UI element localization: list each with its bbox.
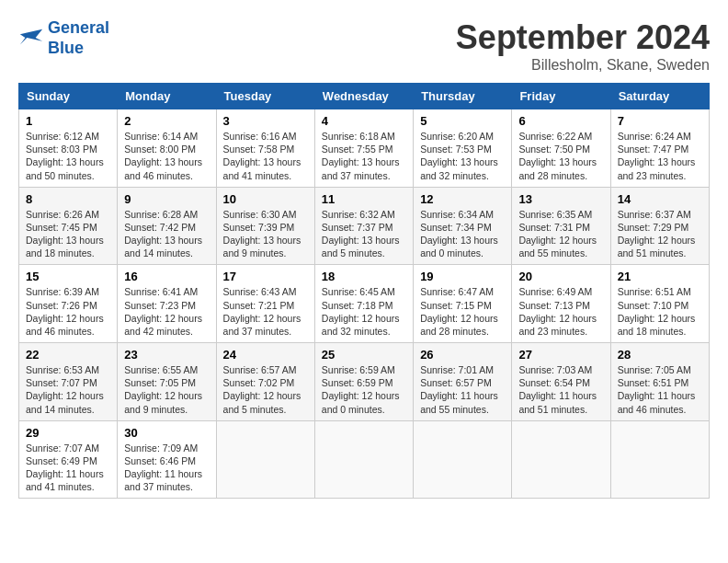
day-detail: Sunrise: 6:53 AMSunset: 7:07 PMDaylight:… <box>26 364 104 415</box>
col-header-friday: Friday <box>512 84 610 109</box>
day-detail: Sunrise: 7:03 AMSunset: 6:54 PMDaylight:… <box>518 364 597 415</box>
calendar-cell <box>216 420 314 499</box>
calendar-cell: 26Sunrise: 7:01 AMSunset: 6:57 PMDayligh… <box>414 343 512 421</box>
calendar-cell: 27Sunrise: 7:03 AMSunset: 6:54 PMDayligh… <box>512 343 610 421</box>
calendar-cell: 3Sunrise: 6:16 AMSunset: 7:58 PMDaylight… <box>216 109 314 188</box>
calendar-cell: 6Sunrise: 6:22 AMSunset: 7:50 PMDaylight… <box>512 109 610 188</box>
day-number: 11 <box>322 192 406 206</box>
calendar-cell: 19Sunrise: 6:47 AMSunset: 7:15 PMDayligh… <box>414 265 512 343</box>
day-detail: Sunrise: 6:57 AMSunset: 7:02 PMDaylight:… <box>223 364 301 415</box>
logo-icon <box>18 26 44 52</box>
logo: General Blue <box>18 18 109 58</box>
day-number: 3 <box>223 114 308 128</box>
day-detail: Sunrise: 6:26 AMSunset: 7:45 PMDaylight:… <box>26 209 104 259</box>
col-header-thursday: Thursday <box>414 84 512 109</box>
calendar-cell: 25Sunrise: 6:59 AMSunset: 6:59 PMDayligh… <box>314 343 413 421</box>
location: Billesholm, Skane, Sweden <box>456 57 710 74</box>
day-number: 9 <box>124 192 209 206</box>
day-number: 1 <box>26 114 110 128</box>
calendar-cell <box>610 420 709 499</box>
day-detail: Sunrise: 6:41 AMSunset: 7:23 PMDaylight:… <box>124 286 202 337</box>
day-number: 4 <box>322 114 406 128</box>
day-detail: Sunrise: 6:30 AMSunset: 7:39 PMDaylight:… <box>223 209 301 259</box>
calendar-cell: 23Sunrise: 6:55 AMSunset: 7:05 PMDayligh… <box>118 343 216 421</box>
calendar-cell: 7Sunrise: 6:24 AMSunset: 7:47 PMDaylight… <box>610 109 709 188</box>
day-number: 8 <box>26 192 110 206</box>
calendar-cell <box>414 420 512 499</box>
day-detail: Sunrise: 6:47 AMSunset: 7:15 PMDaylight:… <box>420 286 498 337</box>
calendar-cell: 28Sunrise: 7:05 AMSunset: 6:51 PMDayligh… <box>610 343 709 421</box>
calendar-week-row: 22Sunrise: 6:53 AMSunset: 7:07 PMDayligh… <box>19 343 710 421</box>
calendar-cell: 11Sunrise: 6:32 AMSunset: 7:37 PMDayligh… <box>314 187 413 265</box>
day-number: 2 <box>124 114 209 128</box>
day-number: 15 <box>26 270 110 283</box>
day-number: 6 <box>518 114 603 128</box>
calendar-cell: 8Sunrise: 6:26 AMSunset: 7:45 PMDaylight… <box>19 187 118 265</box>
day-number: 16 <box>124 270 209 283</box>
day-detail: Sunrise: 6:28 AMSunset: 7:42 PMDaylight:… <box>124 209 202 259</box>
calendar-cell: 1Sunrise: 6:12 AMSunset: 8:03 PMDaylight… <box>19 109 118 188</box>
day-detail: Sunrise: 6:51 AMSunset: 7:10 PMDaylight:… <box>618 286 696 337</box>
calendar-week-row: 29Sunrise: 7:07 AMSunset: 6:49 PMDayligh… <box>19 420 710 499</box>
calendar-cell: 4Sunrise: 6:18 AMSunset: 7:55 PMDaylight… <box>314 109 413 188</box>
day-detail: Sunrise: 6:59 AMSunset: 6:59 PMDaylight:… <box>322 364 400 415</box>
day-detail: Sunrise: 6:55 AMSunset: 7:05 PMDaylight:… <box>124 364 202 415</box>
day-number: 26 <box>420 348 505 362</box>
day-number: 5 <box>420 114 505 128</box>
day-number: 17 <box>223 270 308 283</box>
calendar-cell: 2Sunrise: 6:14 AMSunset: 8:00 PMDaylight… <box>118 109 216 188</box>
day-detail: Sunrise: 6:37 AMSunset: 7:29 PMDaylight:… <box>618 209 696 259</box>
col-header-tuesday: Tuesday <box>216 84 314 109</box>
calendar-cell <box>314 420 413 499</box>
day-detail: Sunrise: 7:05 AMSunset: 6:51 PMDaylight:… <box>618 364 696 415</box>
calendar-cell: 30Sunrise: 7:09 AMSunset: 6:46 PMDayligh… <box>118 420 216 499</box>
day-number: 25 <box>322 348 406 362</box>
day-detail: Sunrise: 6:14 AMSunset: 8:00 PMDaylight:… <box>124 131 202 181</box>
day-detail: Sunrise: 6:43 AMSunset: 7:21 PMDaylight:… <box>223 286 301 337</box>
calendar-cell: 22Sunrise: 6:53 AMSunset: 7:07 PMDayligh… <box>19 343 118 421</box>
day-number: 23 <box>124 348 209 362</box>
calendar-week-row: 8Sunrise: 6:26 AMSunset: 7:45 PMDaylight… <box>19 187 710 265</box>
day-detail: Sunrise: 6:16 AMSunset: 7:58 PMDaylight:… <box>223 131 301 181</box>
day-number: 29 <box>26 426 110 440</box>
day-number: 20 <box>518 270 603 283</box>
day-detail: Sunrise: 6:12 AMSunset: 8:03 PMDaylight:… <box>26 131 104 181</box>
calendar-cell: 9Sunrise: 6:28 AMSunset: 7:42 PMDaylight… <box>118 187 216 265</box>
day-detail: Sunrise: 6:18 AMSunset: 7:55 PMDaylight:… <box>322 131 400 181</box>
day-number: 14 <box>618 192 702 206</box>
calendar-cell <box>512 420 610 499</box>
calendar-cell: 24Sunrise: 6:57 AMSunset: 7:02 PMDayligh… <box>216 343 314 421</box>
calendar-cell: 12Sunrise: 6:34 AMSunset: 7:34 PMDayligh… <box>414 187 512 265</box>
page-header: General Blue September 2024 Billesholm, … <box>18 18 710 74</box>
calendar-cell: 18Sunrise: 6:45 AMSunset: 7:18 PMDayligh… <box>314 265 413 343</box>
day-number: 22 <box>26 348 110 362</box>
calendar-cell: 29Sunrise: 7:07 AMSunset: 6:49 PMDayligh… <box>19 420 118 499</box>
day-detail: Sunrise: 6:22 AMSunset: 7:50 PMDaylight:… <box>518 131 597 181</box>
day-number: 18 <box>322 270 406 283</box>
day-detail: Sunrise: 7:09 AMSunset: 6:46 PMDaylight:… <box>124 442 202 493</box>
day-number: 21 <box>618 270 702 283</box>
day-detail: Sunrise: 7:01 AMSunset: 6:57 PMDaylight:… <box>420 364 498 415</box>
day-detail: Sunrise: 6:45 AMSunset: 7:18 PMDaylight:… <box>322 286 400 337</box>
col-header-saturday: Saturday <box>610 84 709 109</box>
day-number: 10 <box>223 192 308 206</box>
calendar-cell: 17Sunrise: 6:43 AMSunset: 7:21 PMDayligh… <box>216 265 314 343</box>
calendar-cell: 15Sunrise: 6:39 AMSunset: 7:26 PMDayligh… <box>19 265 118 343</box>
day-detail: Sunrise: 6:35 AMSunset: 7:31 PMDaylight:… <box>518 209 597 259</box>
day-number: 7 <box>618 114 702 128</box>
calendar-cell: 13Sunrise: 6:35 AMSunset: 7:31 PMDayligh… <box>512 187 610 265</box>
calendar-cell: 10Sunrise: 6:30 AMSunset: 7:39 PMDayligh… <box>216 187 314 265</box>
calendar-week-row: 1Sunrise: 6:12 AMSunset: 8:03 PMDaylight… <box>19 109 710 188</box>
logo-line1: General <box>48 18 109 37</box>
logo-line2: Blue <box>48 39 84 57</box>
day-detail: Sunrise: 6:39 AMSunset: 7:26 PMDaylight:… <box>26 286 104 337</box>
col-header-monday: Monday <box>118 84 216 109</box>
svg-marker-0 <box>20 29 42 44</box>
day-number: 30 <box>124 426 209 440</box>
day-detail: Sunrise: 6:24 AMSunset: 7:47 PMDaylight:… <box>618 131 696 181</box>
calendar-cell: 16Sunrise: 6:41 AMSunset: 7:23 PMDayligh… <box>118 265 216 343</box>
calendar-cell: 20Sunrise: 6:49 AMSunset: 7:13 PMDayligh… <box>512 265 610 343</box>
day-number: 12 <box>420 192 505 206</box>
month-title: September 2024 <box>456 18 710 57</box>
day-number: 13 <box>518 192 603 206</box>
